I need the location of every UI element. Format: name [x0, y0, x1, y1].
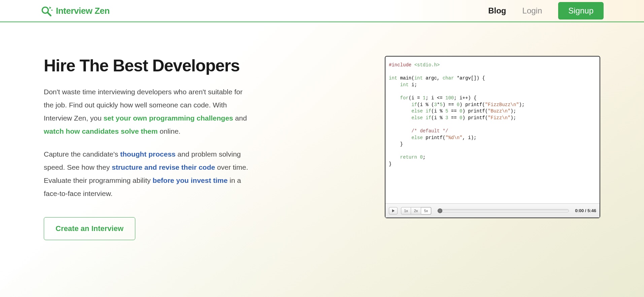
code-area: #include <stdio.h> int main(int argc, ch…	[385, 57, 600, 203]
hero-headline: Hire The Best Developers	[44, 56, 254, 75]
svg-marker-2	[49, 6, 51, 9]
svg-line-1	[48, 12, 51, 15]
speed-group: 1x 2x 5x	[401, 207, 431, 214]
em-structure-code: structure and revise their code	[112, 163, 215, 171]
speed-5x[interactable]: 5x	[421, 207, 431, 214]
seek-thumb[interactable]	[438, 208, 442, 213]
playback-bar: 1x 2x 5x 0:00 / 5:46	[385, 203, 600, 218]
hero-paragraph-1: Don't waste time interviewing developers…	[44, 86, 254, 138]
hero-copy: Hire The Best Developers Don't waste tim…	[44, 56, 268, 297]
timecode: 0:00 / 5:46	[575, 208, 596, 213]
topbar: Interview Zen Blog Login Signup	[0, 0, 644, 22]
em-before-invest: before you invest time	[152, 176, 228, 184]
svg-marker-4	[392, 209, 394, 212]
nav: Blog Login Signup	[488, 2, 604, 20]
code-playback-panel: #include <stdio.h> int main(int argc, ch…	[385, 56, 600, 218]
play-icon	[392, 209, 395, 212]
brand-text: Interview Zen	[56, 6, 110, 16]
em-watch-solve: watch how candidates solve them	[44, 127, 158, 135]
nav-login[interactable]: Login	[522, 6, 542, 15]
magnifier-icon	[40, 5, 53, 17]
nav-blog[interactable]: Blog	[488, 6, 506, 15]
em-thought-process: thought process	[120, 150, 176, 158]
signup-button[interactable]: Signup	[558, 2, 604, 20]
logo[interactable]: Interview Zen	[40, 5, 110, 17]
svg-point-3	[51, 9, 53, 11]
em-set-challenges: set your own programming challenges	[103, 114, 233, 122]
hero-paragraph-2: Capture the candidate's thought process …	[44, 148, 254, 200]
create-interview-button[interactable]: Create an Interview	[44, 217, 135, 240]
seek-track[interactable]	[437, 209, 569, 212]
play-button[interactable]	[389, 207, 398, 214]
hero: Hire The Best Developers Don't waste tim…	[0, 22, 644, 297]
speed-2x[interactable]: 2x	[411, 207, 421, 214]
speed-1x[interactable]: 1x	[401, 207, 411, 214]
